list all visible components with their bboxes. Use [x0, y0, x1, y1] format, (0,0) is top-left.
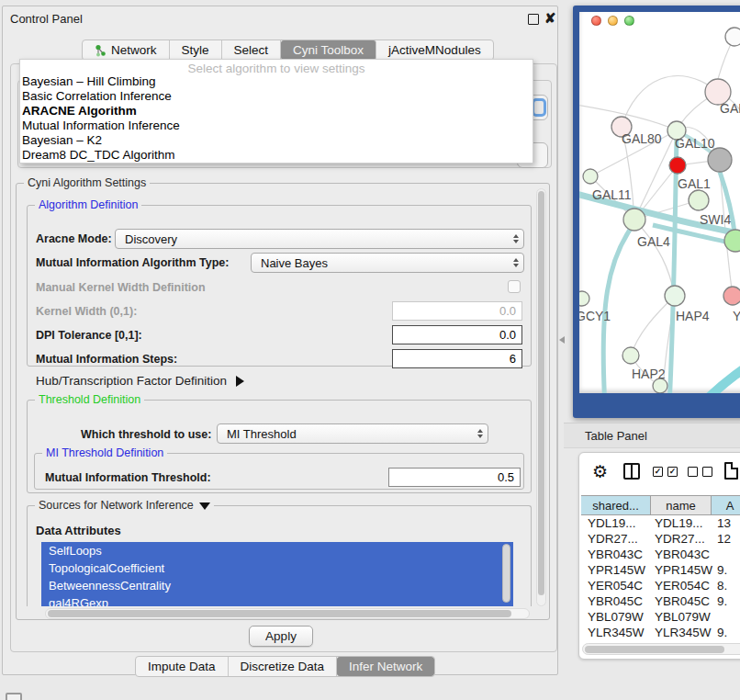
tab-style[interactable]: Style [170, 40, 222, 60]
algo-option-bayesian-hill-climbing[interactable]: Bayesian – Hill Climbing [20, 74, 533, 89]
stepper-icon [509, 234, 523, 243]
node-hap4[interactable] [665, 286, 685, 306]
table-header-row: shared... name A [581, 495, 740, 515]
bottom-tabbar: Impute Data Discretize Data Infer Networ… [135, 656, 435, 677]
network-canvas[interactable]: GAL GAL80 GAL10 GAL1 GAL11 SWI4 GAL4 GCY… [579, 12, 740, 393]
stepper-icon [473, 429, 488, 438]
algo-option-bayesian-k2[interactable]: Bayesian – K2 [20, 133, 533, 148]
settings-horizontal-scrollbar[interactable] [45, 608, 530, 619]
network-view-window[interactable]: GAL GAL80 GAL10 GAL1 GAL11 SWI4 GAL4 GCY… [573, 6, 740, 418]
checked-checkbox-icon[interactable]: ✓ [667, 467, 678, 477]
hub-definition-toggle[interactable]: Hub/Transcription Factor Definition [36, 374, 244, 388]
node-gal11[interactable] [583, 169, 598, 184]
tab-impute-data[interactable]: Impute Data [136, 657, 229, 676]
expanded-arrow-icon [199, 502, 210, 510]
close-panel-icon[interactable]: ✘ [544, 10, 556, 27]
pane-divider-arrow-icon[interactable] [559, 336, 565, 344]
algo-option-basic-correlation[interactable]: Basic Correlation Inference [20, 89, 533, 104]
unchecked-checkbox-icon[interactable] [702, 467, 712, 477]
mi-steps-field[interactable]: 6 [392, 349, 522, 368]
tab-cyni-toolbox[interactable]: Cyni Toolbox [281, 40, 376, 60]
tab-discretize-data[interactable]: Discretize Data [229, 657, 338, 676]
gear-icon[interactable]: ⚙ [592, 461, 608, 482]
mi-algorithm-type-select[interactable]: Naive Bayes [251, 253, 524, 273]
table-row[interactable]: YBR045CYBR045C9. [581, 593, 740, 609]
node-gray[interactable] [708, 148, 732, 172]
mi-type-label: Mutual Information Algorithm Type: [36, 256, 229, 269]
table-hscroll-thumb[interactable] [585, 646, 724, 653]
settings-vscroll-thumb[interactable] [538, 191, 544, 595]
column-header-name[interactable]: name [651, 496, 712, 514]
tab-infer-network[interactable]: Infer Network [337, 657, 434, 676]
attributes-scrollbar[interactable] [502, 544, 510, 603]
mi-threshold-group-title: MI Threshold Definition [42, 446, 167, 459]
attr-item-topologicalcoefficient[interactable]: TopologicalCoefficient [41, 559, 513, 577]
attr-item-selfloops[interactable]: SelfLoops [41, 542, 513, 559]
node-salmon[interactable] [723, 287, 740, 305]
algo-option-dream8[interactable]: Dream8 DC_TDC Algorithm [20, 148, 533, 163]
algo-option-aracne[interactable]: ARACNE Algorithm [20, 104, 533, 119]
table-row[interactable]: YDR27...YDR27...12 [581, 531, 740, 547]
node-red[interactable] [669, 157, 686, 174]
algo-option-mutual-information[interactable]: Mutual Information Inference [20, 119, 533, 133]
dropdown-placeholder: Select algorithm to view settings [20, 60, 533, 74]
attr-item-gal4rgexp[interactable]: gal4RGexp [41, 594, 513, 606]
control-panel-titlebar: Control Panel ✘ [3, 6, 557, 32]
node-label-hap4: HAP4 [676, 309, 710, 323]
dpi-tolerance-label: DPI Tolerance [0,1]: [36, 329, 142, 342]
table-body: YDL19...YDL19...13 YDR27...YDR27...12 YB… [581, 515, 740, 642]
attr-item-betweennesscentrality[interactable]: BetweennessCentrality [41, 577, 513, 594]
sources-group-title[interactable]: Sources for Network Inference [35, 499, 214, 512]
table-row[interactable]: YPR145WYPR145W9. [581, 562, 740, 578]
panel-title: Control Panel [10, 12, 83, 26]
table-row[interactable]: YDL19...YDL19...13 [581, 515, 740, 531]
column-header-shared-name[interactable]: shared... [581, 496, 651, 514]
tab-select[interactable]: Select [222, 40, 282, 60]
mi-threshold-field[interactable]: 0.5 [388, 468, 521, 487]
checked-checkbox-icon[interactable]: ✓ [653, 467, 663, 477]
node-label-y: Y [733, 309, 740, 323]
node-label-gal80: GAL80 [622, 131, 662, 146]
float-panel-icon[interactable] [528, 14, 539, 25]
data-attributes-list[interactable]: SelfLoops TopologicalCoefficient Between… [41, 542, 513, 606]
document-icon[interactable] [724, 462, 738, 480]
threshold-definition-title: Threshold Definition [35, 393, 144, 406]
table-horizontal-scrollbar[interactable] [582, 643, 740, 655]
table-row[interactable]: YBR043CYBR043C [581, 547, 740, 562]
node-hap2[interactable] [622, 347, 639, 364]
tab-jactivemnodules[interactable]: jActiveMNodules [376, 40, 493, 60]
manual-kernel-checkbox[interactable] [508, 280, 521, 293]
table-row[interactable]: YIL052CYIL052C0. [581, 640, 740, 642]
dpi-tolerance-field[interactable]: 0.0 [392, 325, 522, 344]
minimized-panel-icon[interactable] [6, 693, 22, 700]
table-row[interactable]: YER054CYER054C8. [581, 578, 740, 593]
node-bright-green[interactable] [724, 230, 740, 252]
control-panel-tabbar: Network Style Select Cyni Toolbox jActiv… [82, 40, 494, 61]
which-threshold-select[interactable]: MI Threshold [217, 423, 488, 444]
table-panel: ⚙ ✓ ✓ shared... name A YDL19...YDL19...1… [578, 452, 740, 660]
apply-button[interactable]: Apply [249, 626, 313, 647]
node-gcy1[interactable] [579, 291, 589, 306]
kernel-width-field[interactable]: 0.0 [392, 301, 522, 321]
table-toolbar: ⚙ ✓ ✓ [579, 460, 740, 488]
table-panel-titlebar: Table Panel [564, 423, 740, 448]
settings-hscroll-thumb[interactable] [48, 610, 511, 617]
tab-network[interactable]: Network [83, 40, 170, 60]
network-graph [579, 12, 740, 393]
split-columns-icon[interactable] [623, 463, 640, 480]
node-label-swi4: SWI4 [700, 212, 731, 227]
table-row[interactable]: YBL079WYBL079W [581, 609, 740, 625]
table-row[interactable]: YLR345WYLR345W9. [581, 625, 740, 640]
control-panel-window: Control Panel ✘ Network Style Select Cyn… [2, 6, 558, 675]
settings-vertical-scrollbar[interactable] [536, 188, 546, 606]
mi-threshold-label: Mutual Information Threshold: [45, 471, 211, 484]
node-gal4[interactable] [623, 209, 645, 231]
node-label-gcy1: GCY1 [579, 309, 611, 323]
node-gal1[interactable] [689, 190, 709, 210]
node-unlabeled-top[interactable] [725, 28, 740, 46]
column-header-partial[interactable]: A [712, 496, 740, 514]
table-panel-title: Table Panel [585, 429, 647, 443]
node-label-gal4: GAL4 [637, 234, 670, 249]
unchecked-checkbox-icon[interactable] [688, 467, 698, 477]
aracne-mode-select[interactable]: Discovery [115, 229, 524, 249]
